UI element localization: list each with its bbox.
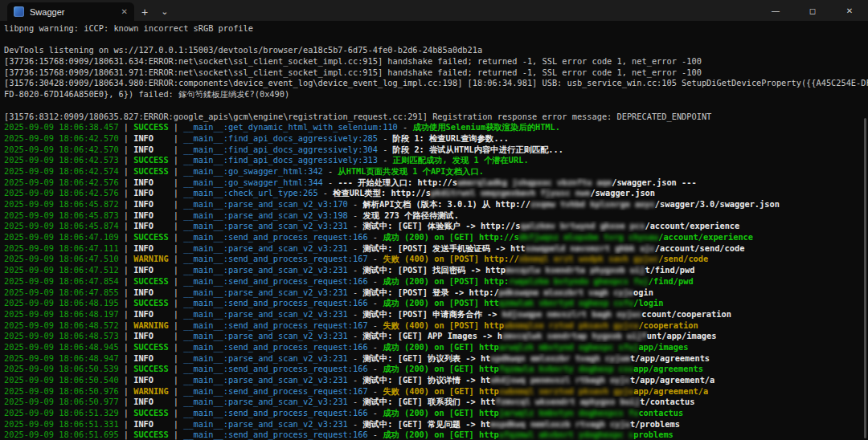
log-segment: | — [174, 177, 183, 187]
log-segment: FD-8020-67D146A850E0}, 6}) failed: 鎵句笉鍒板… — [4, 89, 289, 99]
tab-swagger[interactable]: Swagger ✕ — [7, 2, 134, 21]
log-segment: INFO — [133, 375, 174, 385]
log-segment: | — [119, 166, 134, 176]
log-segment: 成功 (200) on [GET] http://s — [383, 232, 518, 242]
scrollbar-thumb[interactable] — [864, 118, 866, 438]
console-line: 2025-09-09 18:06:48.945 | SUCCESS | __ma… — [4, 342, 868, 353]
log-segment: | — [174, 232, 183, 242]
terminal-window: Swagger ✕ + ⌄ — ◻ ✕ libpng warning: iCCP… — [0, 0, 868, 440]
log-segment: 2025-09-09 18:06:48.197 — [4, 309, 119, 319]
log-segment: qzmwlak vbnrtyd oghexp csfu — [499, 298, 633, 308]
console-line: 2025-09-09 18:06:42.574 | SUCCESS | __ma… — [4, 166, 868, 177]
log-segment: 测试中: [GET] APP Images -> h — [362, 331, 502, 340]
maximize-button[interactable]: ◻ — [794, 0, 831, 21]
console-line: 2025-09-09 18:06:48.573 | INFO | __main_… — [4, 331, 868, 342]
log-segment: - — [368, 232, 383, 242]
console-line — [4, 35, 868, 46]
log-segment: | — [174, 342, 183, 352]
log-segment: INFO — [133, 309, 174, 319]
log-segment: __main__:send_and_process_request:166 — [183, 408, 367, 418]
log-segment: 2025-09-09 18:06:47.109 — [4, 232, 119, 242]
log-segment: | — [119, 232, 134, 242]
titlebar: Swagger ✕ + ⌄ — ◻ ✕ — [0, 0, 868, 21]
log-segment: /cooperation — [638, 320, 698, 330]
log-segment: contactus — [638, 408, 683, 418]
log-segment: 2025-09-09 18:06:45.872 — [4, 199, 119, 209]
tab-close-icon[interactable]: ✕ — [121, 7, 128, 16]
log-segment: INFO — [133, 287, 174, 297]
log-segment: - — [368, 320, 383, 330]
log-segment: INFO — [133, 221, 174, 230]
console-line: 2025-09-09 18:06:50.977 | INFO | __main_… — [4, 397, 868, 408]
log-segment: | — [174, 364, 183, 373]
log-segment: 2025-09-09 18:06:50.539 — [4, 364, 119, 373]
log-segment: 2025-09-09 18:06:48.945 — [4, 342, 119, 352]
log-segment: __main__:go_swagger_html:342 — [183, 166, 323, 176]
log-segment: app/agreement/a — [633, 386, 708, 396]
log-segment: 2025-09-09 18:06:42.570 — [4, 133, 119, 143]
log-segment: | — [119, 133, 134, 143]
log-segment: SUCCESS — [133, 298, 174, 308]
log-segment: - — [368, 342, 383, 352]
log-segment: | — [119, 320, 134, 330]
log-segment: 失败 (400) on [GET] http — [383, 386, 499, 396]
log-segment: 2025-09-09 18:06:50.977 — [4, 397, 119, 406]
log-segment: | — [119, 122, 134, 132]
console-line: 2025-09-09 18:06:48.572 | WARNING | __ma… — [4, 320, 868, 332]
log-segment: | — [119, 155, 134, 165]
log-segment: 2025-09-09 18:06:42.570 — [4, 145, 119, 154]
log-segment: kdjswqpe nmvxzlrt bagh oyjuc — [502, 309, 642, 319]
log-segment: - — [368, 386, 383, 396]
log-segment: __main__:parse_and_scan_v2_v3:231 — [183, 287, 348, 297]
log-segment: zxqmw tvhbd kplsnrge aoyc — [530, 199, 655, 209]
console-line: 2025-09-09 18:06:45.872 | INFO | __main_… — [4, 199, 868, 210]
log-segment: | — [119, 276, 134, 286]
log-segment: | — [174, 320, 183, 330]
log-segment: - — [323, 177, 338, 187]
console-line: 2025-09-09 18:06:47.510 | WARNING | __ma… — [4, 254, 868, 265]
log-segment: 测试中: [POST] 登录 -> http:/ — [362, 287, 498, 297]
log-segment: - — [378, 133, 393, 143]
console-line: 2025-09-09 18:06:47.854 | SUCCESS | __ma… — [4, 276, 868, 287]
log-segment: WARNING — [133, 254, 174, 263]
log-segment: __main__:parse_and_scan_v2_v3:231 — [183, 221, 348, 230]
log-segment: - — [348, 199, 363, 209]
log-segment: wmerqladkg jshqpxoc vbznftu aqe — [457, 177, 612, 187]
log-segment: WARNING — [133, 320, 174, 330]
log-segment: - — [323, 166, 338, 176]
log-segment: 2025-09-09 18:06:48.572 — [4, 320, 119, 330]
log-segment: 发现 273 个路径待测试. — [362, 210, 459, 220]
console-line: 2025-09-09 18:06:51.331 | INFO | __main_… — [4, 419, 868, 430]
log-segment: 2025-09-09 18:06:48.947 — [4, 353, 119, 363]
log-segment: __main__:parse_and_scan_v2_v3:231 — [183, 265, 348, 275]
log-segment: __main__:find_api_docs_aggressively:313 — [183, 155, 378, 165]
log-segment: t/problems — [630, 419, 680, 429]
log-segment: /find/pwd — [649, 276, 694, 286]
log-segment: t/app/agreements — [630, 353, 710, 363]
minimize-button[interactable]: — — [757, 0, 794, 21]
log-segment: __main__:parse_and_scan_v2_v3:231 — [183, 397, 348, 406]
log-segment: __main__:go_swagger_html:344 — [183, 177, 323, 187]
tab-dropdown-icon[interactable]: ⌄ — [155, 2, 174, 21]
log-segment: __main__:parse_and_scan_v2_v3:170 — [183, 199, 348, 209]
log-segment: | — [119, 353, 134, 363]
log-segment: /swagger.json — [590, 188, 655, 198]
close-button[interactable]: ✕ — [831, 0, 868, 21]
console-line: 2025-09-09 18:06:45.873 | INFO | __main_… — [4, 210, 868, 222]
log-segment: | — [119, 331, 134, 340]
log-segment: SUCCESS — [133, 408, 174, 418]
log-segment: 成功 (200) on [GET] http — [383, 342, 499, 352]
log-segment: | — [174, 353, 183, 363]
scrollbar[interactable] — [863, 22, 867, 438]
log-segment: libpng warning: iCCP: known incorrect sR… — [4, 23, 253, 33]
log-segment: 失败 (400) on [POST] http:// — [383, 254, 518, 263]
log-segment: [37736:15768:0909/180631.634:ERROR:net\s… — [4, 56, 702, 66]
terminal-output[interactable]: libpng warning: iCCP: known incorrect sR… — [0, 21, 868, 440]
log-segment: fqzmwla kvbnrty doghexp csu — [499, 364, 633, 373]
log-segment: 2025-09-09 18:06:38.457 — [4, 122, 119, 132]
new-tab-button[interactable]: + — [134, 2, 155, 21]
log-segment: | — [174, 254, 183, 263]
log-segment: 测试中: [POST] 发送手机验证码 -> htt — [362, 243, 525, 253]
log-segment: __main__:find_api_docs_aggressively:304 — [183, 145, 378, 154]
console-line: 2025-09-09 18:06:47.512 | INFO | __main_… — [4, 265, 868, 276]
